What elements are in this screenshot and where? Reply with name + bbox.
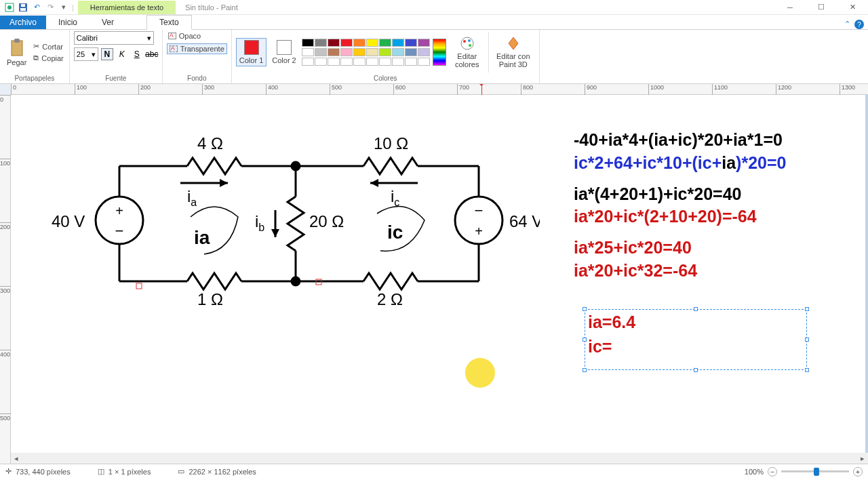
- equation-5: ia*25+ic*20=40: [574, 237, 786, 260]
- chevron-down-icon: ▾: [92, 50, 96, 59]
- zoom-out-button[interactable]: −: [768, 467, 777, 476]
- undo-icon[interactable]: ↶: [31, 2, 42, 13]
- color-swatch[interactable]: [328, 39, 340, 47]
- horizontal-scrollbar[interactable]: ◂ ▸: [11, 453, 868, 464]
- opaque-button[interactable]: AOpaco: [167, 31, 202, 41]
- background-group-label: Fondo: [163, 75, 231, 83]
- canvas[interactable]: − + + −: [11, 95, 865, 453]
- strike-button[interactable]: abc: [146, 48, 158, 60]
- copy-button[interactable]: ⧉Copiar: [32, 53, 64, 63]
- svg-marker-36: [370, 179, 378, 187]
- color-swatch[interactable]: [366, 58, 378, 66]
- color-swatch[interactable]: [353, 48, 366, 56]
- tab-texto[interactable]: Texto: [146, 15, 192, 30]
- paint3d-button[interactable]: Editar con Paint 3D: [492, 35, 535, 70]
- color-swatch[interactable]: [353, 39, 366, 47]
- collapse-ribbon-icon[interactable]: ⌃: [844, 20, 850, 29]
- font-size-select[interactable]: 25▾: [74, 47, 98, 61]
- color1-button[interactable]: Color 1: [236, 38, 267, 66]
- color2-button[interactable]: Color 2: [269, 39, 298, 66]
- color-swatch[interactable]: [302, 58, 314, 66]
- color-swatch[interactable]: [328, 58, 340, 66]
- tab-inicio[interactable]: Inicio: [46, 16, 90, 29]
- file-tab[interactable]: Archivo: [0, 16, 46, 29]
- color-swatch[interactable]: [379, 58, 391, 66]
- workspace: 0100200300400500600700800900100011001200…: [0, 84, 868, 464]
- svg-text:+: +: [115, 203, 123, 218]
- ruler-tick: 100: [75, 84, 87, 95]
- cut-button[interactable]: ✂Cortar: [32, 41, 64, 52]
- svg-text:2 Ω: 2 Ω: [377, 290, 403, 308]
- paste-label: Pegar: [7, 58, 26, 66]
- bold-button[interactable]: N: [101, 48, 113, 60]
- svg-rect-4: [21, 4, 25, 7]
- status-cursor-pos: ✛733, 440 píxeles: [5, 467, 71, 476]
- svg-text:10 Ω: 10 Ω: [374, 134, 408, 152]
- scroll-left-icon[interactable]: ◂: [11, 453, 22, 464]
- help-icon[interactable]: ?: [854, 20, 864, 29]
- ruler-tick: 400: [266, 84, 278, 95]
- color-swatch[interactable]: [392, 48, 404, 56]
- zoom-slider[interactable]: [781, 470, 849, 472]
- color-swatch[interactable]: [340, 39, 353, 47]
- ruler-tick: 600: [393, 84, 406, 95]
- color-swatch[interactable]: [302, 48, 314, 56]
- edit-colors-button[interactable]: Editar colores: [449, 35, 486, 70]
- color-palette: [302, 39, 430, 66]
- canvas-size-icon: ▭: [178, 467, 184, 476]
- equation-2: ic*2+64+ic*10+(ic+ia)*20=0: [574, 152, 786, 175]
- color-swatch[interactable]: [328, 48, 340, 56]
- minimize-button[interactable]: ─: [774, 0, 806, 15]
- font-family-select[interactable]: Calibri▾: [74, 31, 154, 45]
- tab-ver[interactable]: Ver: [90, 16, 126, 29]
- color-swatch[interactable]: [340, 48, 353, 56]
- color-swatch[interactable]: [366, 48, 378, 56]
- color-swatch[interactable]: [353, 58, 366, 66]
- scroll-right-icon[interactable]: ▸: [857, 453, 868, 464]
- color-swatch[interactable]: [315, 39, 327, 47]
- text-edit-selection[interactable]: ia=6.4 ic=: [585, 309, 807, 370]
- svg-point-8: [463, 40, 466, 43]
- save-icon[interactable]: [18, 2, 28, 13]
- svg-text:−: −: [115, 222, 124, 239]
- color-swatch[interactable]: [418, 48, 430, 56]
- svg-text:4 Ω: 4 Ω: [197, 134, 223, 152]
- vertical-ruler: 0100200300400500: [0, 95, 11, 464]
- color-swatch[interactable]: [418, 39, 430, 47]
- color-swatch[interactable]: [366, 39, 378, 47]
- color-swatch[interactable]: [392, 58, 404, 66]
- color-swatch[interactable]: [379, 48, 391, 56]
- svg-text:64 V: 64 V: [509, 212, 540, 230]
- ruler-tick: 300: [0, 286, 11, 294]
- color-swatch[interactable]: [392, 39, 404, 47]
- paste-button[interactable]: Pegar: [4, 37, 29, 68]
- redo-icon[interactable]: ↷: [45, 2, 56, 13]
- svg-text:ic: ic: [391, 187, 399, 208]
- ruler-tick: 500: [0, 413, 11, 422]
- italic-button[interactable]: K: [116, 48, 128, 60]
- svg-text:+: +: [475, 224, 483, 239]
- underline-button[interactable]: S: [131, 48, 143, 60]
- colors-group-label: Colores: [232, 75, 539, 83]
- color-swatch[interactable]: [340, 58, 353, 66]
- document-title: Sin título - Paint: [176, 1, 248, 14]
- maximize-button[interactable]: ☐: [806, 0, 837, 15]
- qat-dropdown-icon[interactable]: ▾: [58, 2, 69, 13]
- transparent-button[interactable]: ATransparente: [167, 43, 227, 54]
- status-canvas-size: ▭2262 × 1162 píxeles: [178, 467, 256, 476]
- canvas-viewport: − + + −: [11, 95, 868, 453]
- color-swatch[interactable]: [379, 39, 391, 47]
- color-swatch[interactable]: [405, 39, 417, 47]
- color-swatch[interactable]: [315, 48, 327, 56]
- color-swatch[interactable]: [418, 58, 430, 66]
- circuit-diagram: − + + −: [38, 115, 540, 319]
- color-swatch[interactable]: [302, 39, 314, 47]
- close-button[interactable]: ✕: [837, 0, 868, 15]
- ruler-tick: 1100: [712, 84, 728, 95]
- equation-1: -40+ia*4+(ia+ic)*20+ia*1=0: [574, 129, 786, 152]
- color-swatch[interactable]: [315, 58, 327, 66]
- svg-rect-5: [12, 41, 22, 56]
- color-swatch[interactable]: [405, 58, 417, 66]
- zoom-in-button[interactable]: +: [853, 467, 863, 476]
- color-swatch[interactable]: [405, 48, 417, 56]
